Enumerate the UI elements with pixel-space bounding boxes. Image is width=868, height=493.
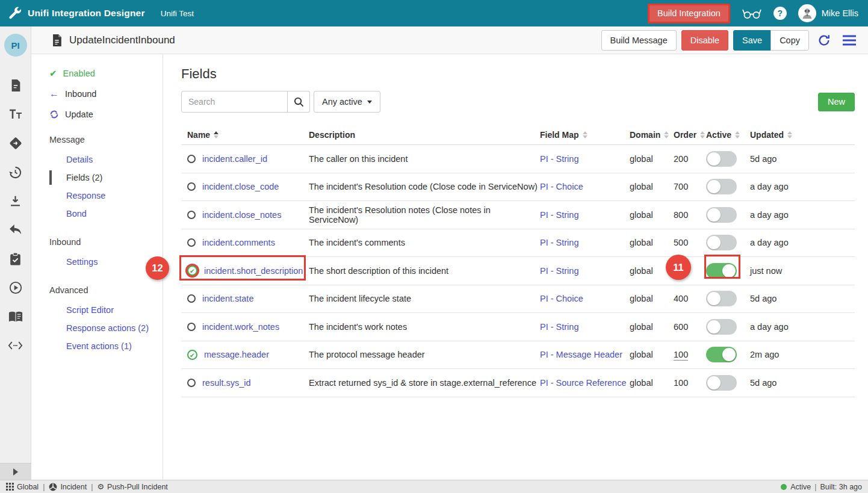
build-message-button[interactable]: Build Message <box>601 30 677 51</box>
status-bar: Global | Incident | ⚙ Push-Pull Incident… <box>0 480 868 493</box>
active-cell <box>706 235 750 250</box>
menu-hamburger-icon[interactable] <box>839 30 860 51</box>
column-header-order[interactable]: Order <box>674 130 706 140</box>
field-name-link[interactable]: message.header <box>204 350 269 359</box>
copy-button[interactable]: Copy <box>770 30 809 51</box>
nav-item-script-editor[interactable]: Script Editor <box>49 301 163 319</box>
toggle-knob <box>707 180 721 193</box>
description-cell: The short description of this incident <box>309 266 540 276</box>
code-icon[interactable] <box>0 331 31 360</box>
nav-item-bond[interactable]: Bond <box>49 205 163 223</box>
field-name-link[interactable]: incident.comments <box>202 238 275 247</box>
scope-switch[interactable]: Global <box>6 483 39 491</box>
field-map-link[interactable]: PI - String <box>540 210 578 220</box>
page-title: UpdateIncidentInbound <box>69 34 175 46</box>
field-map-cell: PI - String <box>540 266 630 276</box>
updated-cell: 5d ago <box>750 154 855 164</box>
disable-button[interactable]: Disable <box>681 30 728 51</box>
integration-avatar[interactable]: PI <box>4 34 27 57</box>
field-name-link[interactable]: incident.short_description <box>204 266 303 276</box>
nav-item-event-actions-1[interactable]: Event actions (1) <box>49 337 163 355</box>
messages-icon[interactable] <box>0 71 31 100</box>
field-map-link[interactable]: PI - Choice <box>540 182 583 191</box>
domain-cell: global <box>630 294 674 303</box>
nav-group-inbound: Inbound <box>49 237 163 249</box>
field-active-check-icon: ✔ <box>187 265 197 276</box>
active-toggle[interactable] <box>706 291 737 306</box>
fields-text-icon[interactable] <box>0 100 31 129</box>
search-input[interactable] <box>181 91 288 113</box>
preview-glasses-icon[interactable] <box>742 7 762 20</box>
field-map-link[interactable]: PI - String <box>540 322 578 332</box>
field-name-link[interactable]: incident.close_code <box>202 182 279 191</box>
reply-icon[interactable] <box>0 215 31 244</box>
active-toggle[interactable] <box>706 207 737 223</box>
sidebar-collapse-button[interactable] <box>0 463 31 480</box>
table-row: ✔message.headerThe protocol message head… <box>181 341 855 370</box>
field-map-link[interactable]: PI - String <box>540 266 578 276</box>
table-switch[interactable]: Incident <box>49 483 87 491</box>
field-maps-icon[interactable] <box>0 129 31 158</box>
new-field-button[interactable]: New <box>818 93 855 111</box>
field-name-link[interactable]: incident.caller_id <box>202 154 267 164</box>
process-switch[interactable]: ⚙ Push-Pull Incident <box>97 482 167 491</box>
help-icon[interactable]: ? <box>773 7 787 20</box>
field-map-link[interactable]: PI - String <box>540 154 578 164</box>
nav-item-response-actions-2[interactable]: Response actions (2) <box>49 319 163 337</box>
nav-item-details[interactable]: Details <box>49 150 163 169</box>
build-integration-button[interactable]: Build Integration <box>648 4 730 23</box>
toggle-knob <box>707 292 721 305</box>
column-header-updated[interactable]: Updated <box>750 130 855 140</box>
user-menu[interactable]: Mike Ellis <box>798 4 858 22</box>
field-name-link[interactable]: incident.state <box>202 294 253 303</box>
description-cell: The caller on this incident <box>309 154 540 164</box>
field-map-link[interactable]: PI - Choice <box>540 294 583 303</box>
nav-item-settings[interactable]: Settings <box>49 253 163 271</box>
field-map-cell: PI - String <box>540 154 630 164</box>
nav-status-inbound[interactable]: ←Inbound <box>49 88 163 100</box>
top-app-bar: Unifi Integration Designer Unifi Test Bu… <box>0 0 868 26</box>
active-filter-dropdown[interactable]: Any active <box>314 91 380 113</box>
table-row: incident.close_codeThe incident's Resolu… <box>181 173 855 202</box>
domain-cell: global <box>630 154 674 164</box>
column-header-name[interactable]: Name <box>181 130 309 140</box>
field-map-link[interactable]: PI - String <box>540 238 578 247</box>
field-map-link[interactable]: PI - Source Reference <box>540 378 626 388</box>
order-value[interactable]: 100 <box>674 350 688 361</box>
active-toggle[interactable] <box>706 347 737 362</box>
column-header-domain[interactable]: Domain <box>630 130 674 140</box>
nav-item-fields-2[interactable]: Fields (2) <box>49 169 163 187</box>
column-header-field-map[interactable]: Field Map <box>540 130 630 140</box>
chevron-down-icon <box>367 101 372 104</box>
history-icon[interactable] <box>0 158 31 187</box>
active-toggle[interactable] <box>706 319 737 335</box>
field-name-link[interactable]: result.sys_id <box>202 378 251 388</box>
active-toggle[interactable] <box>706 151 737 167</box>
documentation-icon[interactable] <box>0 302 31 331</box>
tasks-icon[interactable] <box>0 244 31 273</box>
active-toggle[interactable] <box>706 263 737 279</box>
active-toggle[interactable] <box>706 179 737 194</box>
nav-status-enabled[interactable]: ✔Enabled <box>49 67 163 79</box>
description-cell: The incident lifecycle state <box>309 294 540 303</box>
nav-item-response[interactable]: Response <box>49 187 163 205</box>
nav-status-update[interactable]: Update <box>49 108 163 120</box>
name-cell: ✔incident.short_description <box>181 265 309 276</box>
field-name-link[interactable]: incident.work_notes <box>202 322 279 332</box>
sort-carets-icon <box>583 131 587 138</box>
column-header-description: Description <box>309 130 540 140</box>
field-name-link[interactable]: incident.close_notes <box>202 210 281 220</box>
column-header-active[interactable]: Active <box>706 130 750 140</box>
refresh-cycle-icon <box>49 110 59 119</box>
active-cell <box>706 179 750 194</box>
search-button[interactable] <box>288 91 310 113</box>
refresh-icon[interactable] <box>814 30 834 51</box>
active-toggle[interactable] <box>706 235 737 250</box>
save-button[interactable]: Save <box>733 30 771 51</box>
field-map-link[interactable]: PI - Message Header <box>540 350 622 359</box>
run-icon[interactable] <box>0 273 31 302</box>
sort-carets-icon <box>735 131 740 138</box>
fields-table: NameDescriptionField MapDomainOrderActiv… <box>181 125 855 397</box>
download-icon[interactable] <box>0 187 31 215</box>
active-toggle[interactable] <box>706 375 737 391</box>
